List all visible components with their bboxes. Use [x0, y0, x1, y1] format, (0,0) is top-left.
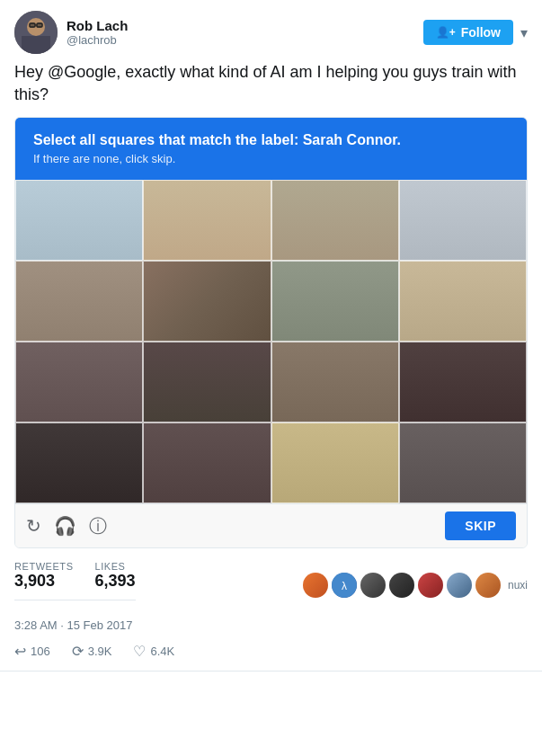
likes-value: 6,393	[95, 572, 136, 591]
captcha-label: Sarah Connor.	[303, 132, 401, 147]
refresh-icon[interactable]: ↻	[26, 515, 41, 537]
grid-cell-3-3[interactable]	[399, 422, 527, 503]
captcha-header: Select all squares that match the label:…	[15, 118, 527, 180]
grid-cell-3-0[interactable]	[15, 422, 143, 503]
retweets-label: RETWEETS	[14, 561, 74, 572]
svg-rect-2	[22, 36, 50, 54]
tweet-container: Rob Lach @lachrob Follow ▾ Hey @Google, …	[0, 0, 542, 672]
likers-avatars: λ nuxi	[303, 573, 528, 598]
tweet-header: Rob Lach @lachrob Follow ▾	[14, 11, 528, 54]
nuxi-label: nuxi	[508, 579, 528, 591]
liker-avatar-3	[360, 573, 386, 598]
grid-cell-3-1[interactable]	[143, 422, 271, 503]
grid-cell-0-3[interactable]	[399, 180, 527, 261]
liker-avatar-4	[389, 573, 414, 598]
grid-cell-1-1[interactable]	[143, 261, 271, 342]
user-handle: @lachrob	[67, 33, 128, 47]
reply-count: 106	[31, 645, 50, 658]
reply-icon: ↩	[14, 643, 26, 660]
skip-button[interactable]: SKIP	[445, 511, 516, 540]
heart-icon: ♡	[133, 643, 146, 660]
grid-cell-2-0[interactable]	[15, 342, 143, 422]
liker-avatar-6	[447, 573, 472, 598]
captcha-footer: ↻ 🎧 ⓘ SKIP	[15, 503, 527, 547]
grid-cell-1-3[interactable]	[399, 261, 527, 342]
info-icon[interactable]: ⓘ	[89, 514, 107, 538]
follow-button[interactable]: Follow	[423, 20, 513, 45]
captcha-image-wrapper	[15, 180, 527, 503]
tweet-stats: RETWEETS 3,903 LIKES 6,393	[14, 561, 136, 600]
header-right: Follow ▾	[423, 20, 528, 45]
user-info: Rob Lach @lachrob	[14, 11, 128, 54]
reply-action[interactable]: ↩ 106	[14, 643, 50, 660]
retweet-action[interactable]: ⟳ 3.9K	[72, 643, 112, 660]
grid-cell-3-2[interactable]	[271, 422, 399, 503]
retweets-value: 3,903	[14, 572, 74, 591]
grid-cell-2-1[interactable]	[143, 342, 271, 422]
user-name: Rob Lach	[67, 18, 128, 33]
chevron-down-icon[interactable]: ▾	[520, 24, 528, 41]
likes-label: LIKES	[95, 561, 136, 572]
stats-avatars-row: RETWEETS 3,903 LIKES 6,393 λ nuxi	[14, 561, 528, 609]
tweet-timestamp: 3:28 AM · 15 Feb 2017	[14, 618, 528, 632]
grid-cell-2-3[interactable]	[399, 342, 527, 422]
liker-avatar-5	[418, 573, 443, 598]
captcha-title: Select all squares that match the label:…	[33, 132, 509, 148]
liker-avatar-1	[303, 573, 328, 598]
captcha-icons: ↻ 🎧 ⓘ	[26, 514, 107, 538]
captcha-image-grid	[15, 180, 527, 503]
like-action[interactable]: ♡ 6.4K	[133, 643, 174, 660]
retweet-count: 3.9K	[88, 645, 112, 658]
grid-cell-0-2[interactable]	[271, 180, 399, 261]
grid-cell-0-0[interactable]	[15, 180, 143, 261]
grid-cell-2-2[interactable]	[271, 342, 399, 422]
tweet-actions: ↩ 106 ⟳ 3.9K ♡ 6.4K	[14, 643, 528, 660]
grid-cell-1-0[interactable]	[15, 261, 143, 342]
likes-stat: LIKES 6,393	[95, 561, 136, 591]
captcha-card: Select all squares that match the label:…	[14, 117, 528, 548]
grid-cell-1-2[interactable]	[271, 261, 399, 342]
retweets-stat: RETWEETS 3,903	[14, 561, 74, 591]
retweet-icon: ⟳	[72, 643, 84, 660]
user-details: Rob Lach @lachrob	[67, 18, 128, 47]
liker-avatar-2: λ	[332, 573, 357, 598]
liker-avatar-7	[475, 573, 501, 598]
like-count: 6.4K	[150, 645, 174, 658]
svg-text:λ: λ	[342, 580, 347, 592]
captcha-subtitle: If there are none, click skip.	[33, 152, 509, 165]
captcha-title-text: Select all squares that match the label:	[33, 132, 298, 147]
avatar	[14, 11, 58, 54]
grid-cell-0-1[interactable]	[143, 180, 271, 261]
tweet-text: Hey @Google, exactly what kind of AI am …	[14, 61, 528, 106]
audio-icon[interactable]: 🎧	[54, 515, 76, 537]
